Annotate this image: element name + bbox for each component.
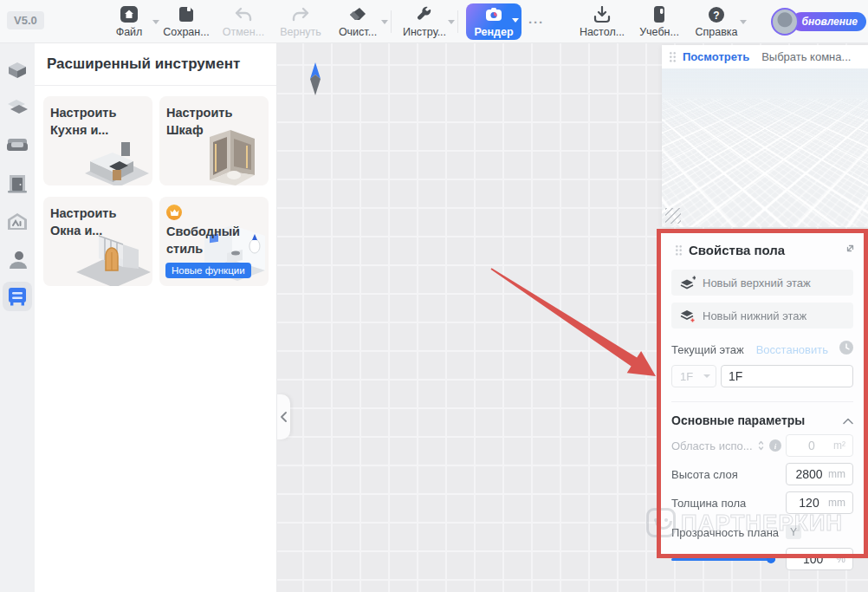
- avatar[interactable]: [771, 8, 799, 36]
- download-icon: [593, 5, 611, 24]
- card-kitchen-title: Настроить Кухня и...: [50, 104, 146, 140]
- toolbar-divider: [391, 10, 392, 33]
- expand-icon[interactable]: [845, 242, 856, 257]
- desktop-button[interactable]: Настол...: [573, 1, 631, 42]
- update-badge[interactable]: бновление: [792, 12, 867, 31]
- opacity-slider[interactable]: [671, 553, 775, 565]
- area-unit: m²: [833, 439, 845, 452]
- chevron-down-icon: [703, 374, 710, 378]
- basic-params-title: Основные параметры: [671, 413, 805, 427]
- toolbar-divider: [457, 10, 458, 33]
- card-wardrobe-title: Настроить Шкаф: [166, 104, 262, 140]
- eraser-icon: [348, 5, 367, 24]
- chevron-up-icon[interactable]: [843, 413, 853, 428]
- card-windows[interactable]: Настроить Окна и...: [43, 197, 152, 286]
- area-input: [794, 439, 830, 452]
- undo-button[interactable]: Отмен...: [215, 1, 272, 42]
- sidebar-item-walls[interactable]: [3, 55, 32, 85]
- clear-label: Очист...: [339, 26, 377, 38]
- sidebar-item-profile[interactable]: [3, 245, 32, 275]
- chevron-down-icon[interactable]: [740, 20, 747, 24]
- render-button[interactable]: Рендер: [466, 3, 521, 40]
- floor-thickness-label: Толщина пола: [671, 497, 786, 510]
- more-button[interactable]: ···: [525, 15, 547, 29]
- opacity-slider-row: %: [671, 548, 853, 570]
- north-compass-icon[interactable]: [308, 62, 322, 95]
- slider-track[interactable]: [671, 558, 775, 561]
- card-wardrobe[interactable]: Настроить Шкаф: [159, 96, 269, 185]
- new-features-badge: Новые функции: [165, 263, 251, 278]
- floor-thickness-row: Толщина пола mm: [671, 491, 853, 514]
- chevron-down-icon[interactable]: [512, 18, 519, 23]
- restore-link[interactable]: Восстановить: [756, 343, 828, 356]
- chevron-down-icon[interactable]: [448, 20, 455, 24]
- help-button[interactable]: ? Справка: [688, 1, 745, 42]
- tools-label: Инстру...: [403, 26, 446, 38]
- layer-height-label: Высота слоя: [671, 468, 786, 481]
- basic-params-header[interactable]: Основные параметры: [671, 401, 853, 428]
- 3d-preview[interactable]: [662, 68, 868, 227]
- tools-button[interactable]: Инстру...: [396, 1, 453, 42]
- card-windows-title: Настроить Окна и...: [50, 205, 146, 240]
- chevron-left-icon: [281, 412, 287, 422]
- sidebar-item-cabinet[interactable]: [3, 282, 32, 311]
- area-input-box: m²: [786, 434, 853, 457]
- version-badge: V5.0: [7, 11, 44, 29]
- opacity-input[interactable]: [794, 552, 832, 566]
- floor-thickness-unit: mm: [828, 497, 845, 509]
- floor-thickness-input[interactable]: [794, 496, 825, 510]
- new-lower-floor-label: Новый нижний этаж: [703, 309, 806, 322]
- sidebar-item-ai-design[interactable]: [3, 207, 32, 237]
- floor-select[interactable]: 1F: [671, 365, 716, 387]
- layer-height-input[interactable]: [794, 467, 825, 481]
- svg-text:?: ?: [713, 10, 719, 22]
- save-label: Сохран...: [163, 26, 209, 38]
- sidebar-item-doors[interactable]: [3, 169, 32, 198]
- sidebar-item-furniture[interactable]: [3, 130, 32, 159]
- clear-button[interactable]: Очист...: [329, 1, 386, 42]
- tool-cards: Настроить Кухня и... Настроить Шкаф: [35, 86, 276, 296]
- door-icon: [6, 172, 29, 195]
- mobile-icon: [653, 5, 665, 24]
- drag-handle-icon[interactable]: [675, 244, 683, 257]
- undo-label: Отмен...: [223, 26, 264, 38]
- tab-select-room[interactable]: Выбрать комна...: [761, 50, 851, 63]
- chevron-down-icon[interactable]: [381, 20, 388, 24]
- panel-title: Расширенный инструмент: [35, 43, 276, 86]
- sidebar-item-floors[interactable]: [3, 92, 32, 121]
- file-button[interactable]: Файл: [100, 1, 158, 42]
- crown-icon: [166, 205, 182, 220]
- redo-icon: [291, 5, 310, 24]
- viewport-panel: Посмотреть Выбрать комна...: [662, 45, 868, 227]
- info-icon[interactable]: i: [769, 439, 781, 452]
- new-upper-floor-button[interactable]: Новый верхний этаж: [671, 270, 853, 296]
- preview-haze: [662, 68, 868, 129]
- card-kitchen[interactable]: Настроить Кухня и...: [43, 96, 152, 185]
- left-sidebar: [0, 43, 35, 592]
- panel-collapse-button[interactable]: [277, 394, 290, 439]
- desktop-label: Настол...: [580, 26, 625, 38]
- tab-view[interactable]: Посмотреть: [683, 50, 749, 63]
- opacity-input-box: %: [786, 548, 853, 570]
- tutorial-button[interactable]: Учебн...: [631, 1, 688, 42]
- swap-icon[interactable]: [757, 440, 765, 451]
- walls-icon: [6, 60, 29, 81]
- current-floor-label: Текущий этаж: [671, 343, 744, 356]
- drag-handle-icon[interactable]: [669, 51, 677, 63]
- person-icon: [7, 250, 28, 270]
- layer-height-box: mm: [786, 463, 853, 485]
- area-label: Область испо...: [671, 439, 753, 452]
- area-row: Область испо... i m²: [671, 434, 853, 457]
- floor-name-input[interactable]: [729, 369, 845, 383]
- history-clock-icon[interactable]: [839, 341, 853, 358]
- resize-handle[interactable]: [665, 208, 681, 224]
- slider-thumb[interactable]: [767, 555, 775, 563]
- floor-properties-panel: Свойства пола Новый верхний этаж Новый н…: [661, 233, 864, 554]
- save-button[interactable]: Сохран...: [158, 1, 215, 42]
- floor-name-box: [721, 365, 853, 387]
- card-freestyle[interactable]: Свободный стиль Новые функции: [159, 197, 269, 286]
- redo-button[interactable]: Вернуть: [272, 1, 329, 42]
- undo-icon: [234, 5, 253, 24]
- new-lower-floor-button[interactable]: Новый нижний этаж: [671, 303, 853, 329]
- card-freestyle-title: Свободный стиль: [166, 223, 262, 258]
